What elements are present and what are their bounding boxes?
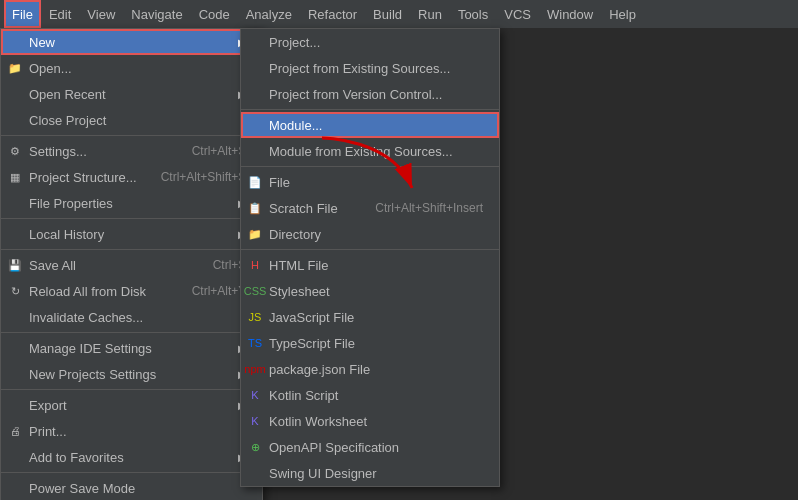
new-submenu-openapi[interactable]: ⊕ OpenAPI Specification xyxy=(241,434,499,460)
menubar-view[interactable]: View xyxy=(79,0,123,28)
npm-label: package.json File xyxy=(269,362,370,377)
new-submenu-kotlin-worksheet[interactable]: K Kotlin Worksheet xyxy=(241,408,499,434)
new-submenu-project-existing[interactable]: Project from Existing Sources... xyxy=(241,55,499,81)
file-menu-settings[interactable]: ⚙ Settings... Ctrl+Alt+S xyxy=(1,138,262,164)
css-label: Stylesheet xyxy=(269,284,330,299)
local-history-label: Local History xyxy=(29,227,104,242)
file-menu-file-properties[interactable]: File Properties ▶ xyxy=(1,190,262,216)
close-project-label: Close Project xyxy=(29,113,106,128)
openapi-label: OpenAPI Specification xyxy=(269,440,399,455)
new-submenu-project-vcs[interactable]: Project from Version Control... xyxy=(241,81,499,107)
menubar-code[interactable]: Code xyxy=(191,0,238,28)
new-label: New xyxy=(29,35,55,50)
scratch-shortcut: Ctrl+Alt+Shift+Insert xyxy=(351,201,483,215)
file-menu-local-history[interactable]: Local History ▶ xyxy=(1,221,262,247)
new-submenu-css[interactable]: CSS Stylesheet xyxy=(241,278,499,304)
file-menu-new-projects[interactable]: New Projects Settings ▶ xyxy=(1,361,262,387)
new-submenu-ts[interactable]: TS TypeScript File xyxy=(241,330,499,356)
menubar-file[interactable]: File xyxy=(4,0,41,28)
separator-2 xyxy=(1,218,262,219)
ts-label: TypeScript File xyxy=(269,336,355,351)
project-existing-label: Project from Existing Sources... xyxy=(269,61,450,76)
new-submenu-html[interactable]: H HTML File xyxy=(241,252,499,278)
settings-shortcut: Ctrl+Alt+S xyxy=(168,144,247,158)
new-sep-1 xyxy=(241,109,499,110)
new-submenu-project[interactable]: Project... xyxy=(241,29,499,55)
new-submenu-kotlin-script[interactable]: K Kotlin Script xyxy=(241,382,499,408)
kotlin-script-icon: K xyxy=(247,387,263,403)
menubar-tools[interactable]: Tools xyxy=(450,0,496,28)
file-menu-open-recent[interactable]: Open Recent ▶ xyxy=(1,81,262,107)
module-label: Module... xyxy=(269,118,322,133)
directory-label: Directory xyxy=(269,227,321,242)
grid-icon: ▦ xyxy=(7,169,23,185)
new-submenu-file[interactable]: 📄 File xyxy=(241,169,499,195)
menubar-edit[interactable]: Edit xyxy=(41,0,79,28)
separator-4 xyxy=(1,332,262,333)
css-icon: CSS xyxy=(247,283,263,299)
new-submenu-module-existing[interactable]: Module from Existing Sources... xyxy=(241,138,499,164)
separator-6 xyxy=(1,472,262,473)
file-menu-reload[interactable]: ↻ Reload All from Disk Ctrl+Alt+Y xyxy=(1,278,262,304)
reload-label: Reload All from Disk xyxy=(29,284,146,299)
open-recent-label: Open Recent xyxy=(29,87,106,102)
module-existing-label: Module from Existing Sources... xyxy=(269,144,453,159)
file-menu-invalidate-caches[interactable]: Invalidate Caches... xyxy=(1,304,262,330)
menubar-vcs[interactable]: VCS xyxy=(496,0,539,28)
file-icon: 📄 xyxy=(247,174,263,190)
export-label: Export xyxy=(29,398,67,413)
file-menu-add-favorites[interactable]: Add to Favorites ▶ xyxy=(1,444,262,470)
file-menu-export[interactable]: Export ▶ xyxy=(1,392,262,418)
save-all-label: Save All xyxy=(29,258,76,273)
project-structure-label: Project Structure... xyxy=(29,170,137,185)
separator-3 xyxy=(1,249,262,250)
file-menu-close-project[interactable]: Close Project xyxy=(1,107,262,133)
new-submenu-npm[interactable]: npm package.json File xyxy=(241,356,499,382)
file-properties-label: File Properties xyxy=(29,196,113,211)
menubar-window[interactable]: Window xyxy=(539,0,601,28)
file-label: File xyxy=(269,175,290,190)
project-label: Project... xyxy=(269,35,320,50)
file-menu-manage-ide[interactable]: Manage IDE Settings ▶ xyxy=(1,335,262,361)
new-submenu-module[interactable]: Module... xyxy=(241,112,499,138)
menubar-analyze[interactable]: Analyze xyxy=(238,0,300,28)
openapi-icon: ⊕ xyxy=(247,439,263,455)
swing-label: Swing UI Designer xyxy=(269,466,377,481)
new-submenu-directory[interactable]: 📁 Directory xyxy=(241,221,499,247)
separator-5 xyxy=(1,389,262,390)
menubar-navigate[interactable]: Navigate xyxy=(123,0,190,28)
gear-icon: ⚙ xyxy=(7,143,23,159)
add-favorites-label: Add to Favorites xyxy=(29,450,124,465)
reload-shortcut: Ctrl+Alt+Y xyxy=(168,284,247,298)
js-label: JavaScript File xyxy=(269,310,354,325)
menubar-help[interactable]: Help xyxy=(601,0,644,28)
new-projects-label: New Projects Settings xyxy=(29,367,156,382)
html-icon: H xyxy=(247,257,263,273)
file-menu-project-structure[interactable]: ▦ Project Structure... Ctrl+Alt+Shift+S xyxy=(1,164,262,190)
file-menu-new[interactable]: New ▶ xyxy=(1,29,262,55)
file-menu-power-save[interactable]: Power Save Mode xyxy=(1,475,262,500)
power-save-label: Power Save Mode xyxy=(29,481,135,496)
invalidate-label: Invalidate Caches... xyxy=(29,310,143,325)
menubar-run[interactable]: Run xyxy=(410,0,450,28)
menubar: File Edit View Navigate Code Analyze Ref… xyxy=(0,0,798,28)
print-label: Print... xyxy=(29,424,67,439)
scratch-label: Scratch File xyxy=(269,201,338,216)
ts-icon: TS xyxy=(247,335,263,351)
menubar-refactor[interactable]: Refactor xyxy=(300,0,365,28)
settings-label: Settings... xyxy=(29,144,87,159)
kotlin-worksheet-icon: K xyxy=(247,413,263,429)
scratch-icon: 📋 xyxy=(247,200,263,216)
file-menu: New ▶ 📁 Open... Open Recent ▶ Close Proj… xyxy=(0,28,263,500)
menubar-build[interactable]: Build xyxy=(365,0,410,28)
new-submenu-scratch[interactable]: 📋 Scratch File Ctrl+Alt+Shift+Insert xyxy=(241,195,499,221)
project-structure-shortcut: Ctrl+Alt+Shift+S xyxy=(137,170,247,184)
folder-icon: 📁 xyxy=(7,60,23,76)
file-menu-open[interactable]: 📁 Open... xyxy=(1,55,262,81)
new-submenu-swing[interactable]: Swing UI Designer xyxy=(241,460,499,486)
open-label: Open... xyxy=(29,61,72,76)
new-submenu-js[interactable]: JS JavaScript File xyxy=(241,304,499,330)
file-menu-print[interactable]: 🖨 Print... xyxy=(1,418,262,444)
save-all-shortcut: Ctrl+S xyxy=(189,258,247,272)
file-menu-save-all[interactable]: 💾 Save All Ctrl+S xyxy=(1,252,262,278)
